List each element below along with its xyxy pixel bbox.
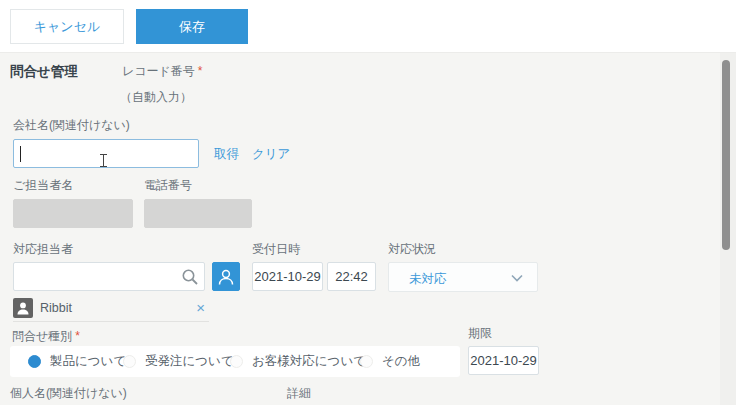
inquiry-type-label-text: 問合せ種別 (12, 329, 72, 343)
search-icon[interactable] (181, 268, 199, 286)
assignee-selected-user-row: Ribbit × (13, 298, 209, 322)
radio-unselected-icon (123, 355, 136, 368)
cancel-button[interactable]: キャンセル (10, 9, 124, 44)
assignee-search-input[interactable] (13, 262, 205, 291)
deadline-label: 期限 (468, 325, 492, 342)
remove-user-icon[interactable]: × (196, 299, 205, 316)
scrollbar-thumb[interactable] (722, 60, 730, 250)
record-number-auto-note: （自動入力） (120, 89, 192, 106)
select-user-button[interactable] (212, 262, 240, 291)
radio-option-label: その他 (382, 353, 420, 370)
detail-label: 詳細 (287, 385, 311, 402)
text-caret (20, 146, 21, 162)
status-label: 対応状況 (388, 241, 436, 258)
contact-name-field-disabled (13, 199, 133, 228)
radio-option-label: 受発注について (145, 353, 234, 370)
phone-label: 電話番号 (144, 177, 192, 194)
page-title: 問合せ管理 (10, 63, 78, 81)
received-time-input[interactable]: 22:42 (327, 262, 376, 291)
status-dropdown-value: 未対応 (409, 271, 447, 288)
phone-field-disabled (144, 199, 252, 228)
inquiry-form-screen: キャンセル 保存 問合せ管理 レコード番号* （自動入力） 会社名(関連付けない… (0, 0, 736, 405)
record-number-label: レコード番号* (122, 63, 203, 80)
assignee-label: 対応担当者 (13, 241, 73, 258)
record-number-label-text: レコード番号 (122, 64, 195, 78)
required-asterisk: * (75, 329, 80, 343)
scrollbar-track[interactable] (720, 53, 736, 405)
chevron-down-icon (511, 274, 523, 282)
selected-user-name: Ribbit (40, 301, 72, 315)
status-dropdown[interactable]: 未対応 (388, 262, 538, 292)
radio-unselected-icon (230, 355, 243, 368)
company-label: 会社名(関連付けない) (13, 117, 130, 134)
toolbar: キャンセル 保存 (0, 0, 736, 53)
contact-name-label: ご担当者名 (13, 177, 73, 194)
radio-option-customer-support[interactable]: お客様対応について (230, 346, 366, 377)
received-date-input[interactable]: 2021-10-29 (252, 262, 323, 291)
company-get-link[interactable]: 取得 (214, 146, 239, 163)
mouse-cursor-ibeam (99, 153, 108, 168)
inquiry-type-label: 問合せ種別* (12, 328, 80, 345)
radio-option-label: お客様対応について (252, 353, 366, 370)
inquiry-type-radio-group: 製品について 受発注について お客様対応について その他 (10, 346, 460, 377)
required-asterisk: * (198, 64, 203, 78)
radio-selected-icon (28, 355, 41, 368)
deadline-date-input[interactable]: 2021-10-29 (468, 346, 539, 375)
user-avatar-icon (13, 298, 33, 318)
save-button[interactable]: 保存 (136, 9, 248, 44)
received-label: 受付日時 (252, 241, 300, 258)
radio-option-other[interactable]: その他 (360, 346, 420, 377)
radio-option-products[interactable]: 製品について (28, 346, 126, 377)
radio-unselected-icon (360, 355, 373, 368)
person-icon (216, 267, 236, 287)
company-clear-link[interactable]: クリア (252, 146, 290, 163)
radio-option-orders[interactable]: 受発注について (123, 346, 234, 377)
personal-name-label: 個人名(関連付けない) (10, 385, 127, 402)
radio-option-label: 製品について (50, 353, 126, 370)
